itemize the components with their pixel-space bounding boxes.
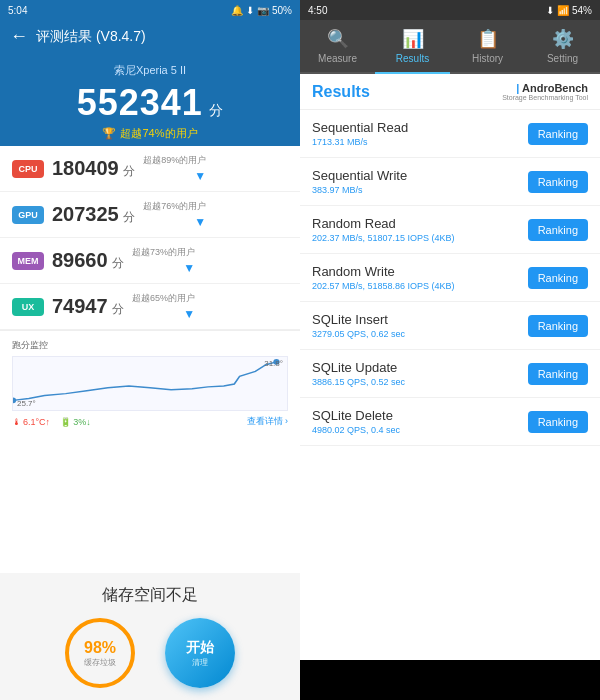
cpu-badge: CPU <box>12 160 44 178</box>
chart-section: 跑分监控 31.8° 25.7° 🌡 6.1°C↑ 🔋 3%↓ 查看详情 › <box>0 330 300 436</box>
benchmark-item-seq-read: Sequential Read 1713.31 MB/s Ranking <box>300 110 600 158</box>
measure-icon: 🔍 <box>327 28 349 50</box>
storage-section: 储存空间不足 98% 缓存垃圾 开始 清理 <box>0 573 300 700</box>
benchmark-item-sqlite-delete: SQLite Delete 4980.02 QPS, 0.4 sec Ranki… <box>300 398 600 446</box>
rand-write-ranking-btn[interactable]: Ranking <box>528 267 588 289</box>
ux-unit: 分 <box>112 302 124 316</box>
left-panel: 5:04 🔔 ⬇ 📷 50% ← 评测结果 (V8.4.7) 索尼Xperia … <box>0 0 300 700</box>
ux-right: 超越65%的用户 ▼ <box>132 292 195 321</box>
sqlite-delete-ranking-btn[interactable]: Ranking <box>528 411 588 433</box>
right-status-icons: ⬇ 📶 54% <box>546 5 592 16</box>
score-unit: 分 <box>209 102 223 118</box>
rand-read-ranking-btn[interactable]: Ranking <box>528 219 588 241</box>
benchmark-item-sqlite-update: SQLite Update 3886.15 QPS, 0.52 sec Rank… <box>300 350 600 398</box>
nav-history-label: History <box>472 53 503 64</box>
nav-results[interactable]: 📊 Results <box>375 20 450 74</box>
chart-container: 31.8° 25.7° <box>12 356 288 411</box>
seq-write-info: Sequential Write 383.97 MB/s <box>312 168 407 195</box>
back-button[interactable]: ← <box>10 26 28 47</box>
right-nav: 🔍 Measure 📊 Results 📋 History ⚙️ Setting <box>300 20 600 74</box>
seq-read-info: Sequential Read 1713.31 MB/s <box>312 120 408 147</box>
results-header: Results | AndroBench Storage Benchmarkin… <box>300 74 600 110</box>
sqlite-update-name: SQLite Update <box>312 360 405 375</box>
seq-write-detail: 383.97 MB/s <box>312 185 407 195</box>
cpu-unit: 分 <box>123 164 135 178</box>
score-display: 552341 分 <box>0 82 300 124</box>
temp-badge: 🌡 6.1°C↑ <box>12 417 50 427</box>
gpu-percent: 超越76%的用户 <box>143 200 206 213</box>
results-title: Results <box>312 83 370 101</box>
gpu-badge: GPU <box>12 206 44 224</box>
rand-write-name: Random Write <box>312 264 455 279</box>
benchmark-list: Sequential Read 1713.31 MB/s Ranking Seq… <box>300 110 600 660</box>
trophy-icon: 🏆 <box>102 127 116 140</box>
right-panel: 4:50 ⬇ 📶 54% 🔍 Measure 📊 Results 📋 Histo… <box>300 0 600 700</box>
mem-value-group: 89660 分 <box>52 249 124 272</box>
seq-write-ranking-btn[interactable]: Ranking <box>528 171 588 193</box>
right-time: 4:50 <box>308 5 327 16</box>
seq-read-ranking-btn[interactable]: Ranking <box>528 123 588 145</box>
gpu-right: 超越76%的用户 ▼ <box>143 200 206 229</box>
rand-write-detail: 202.57 MB/s, 51858.86 IOPS (4KB) <box>312 281 455 291</box>
ux-value: 74947 <box>52 295 108 317</box>
left-header: ← 评测结果 (V8.4.7) <box>0 20 300 53</box>
right-wifi-icon: 📶 <box>557 5 569 16</box>
andro-logo-sub: Storage Benchmarking Tool <box>502 94 588 101</box>
benchmark-item-sqlite-insert: SQLite Insert 3279.05 QPS, 0.62 sec Rank… <box>300 302 600 350</box>
sqlite-update-ranking-btn[interactable]: Ranking <box>528 363 588 385</box>
cpu-right: 超越89%的用户 ▼ <box>143 154 206 183</box>
storage-sub: 缓存垃圾 <box>84 657 116 668</box>
storage-actions: 98% 缓存垃圾 开始 清理 <box>12 618 288 688</box>
device-name: 索尼Xperia 5 II <box>0 63 300 78</box>
clean-sub: 清理 <box>192 657 208 668</box>
svg-point-0 <box>13 397 16 403</box>
nav-measure[interactable]: 🔍 Measure <box>300 20 375 72</box>
left-status-bar: 5:04 🔔 ⬇ 📷 50% <box>0 0 300 20</box>
gpu-chevron: ▼ <box>194 215 206 229</box>
seq-write-name: Sequential Write <box>312 168 407 183</box>
sqlite-delete-name: SQLite Delete <box>312 408 400 423</box>
mem-chevron: ▼ <box>183 261 195 275</box>
mem-right: 超越73%的用户 ▼ <box>132 246 195 275</box>
benchmark-item-rand-write: Random Write 202.57 MB/s, 51858.86 IOPS … <box>300 254 600 302</box>
sqlite-insert-info: SQLite Insert 3279.05 QPS, 0.62 sec <box>312 312 405 339</box>
left-time: 5:04 <box>8 5 27 16</box>
score-section: 索尼Xperia 5 II 552341 分 🏆 超越74%的用户 <box>0 53 300 146</box>
nav-measure-label: Measure <box>318 53 357 64</box>
bottom-black-bar <box>300 660 600 700</box>
battery-badge: 🔋 3%↓ <box>60 417 91 427</box>
storage-circle: 98% 缓存垃圾 <box>65 618 135 688</box>
right-dl-icon: ⬇ <box>546 5 554 16</box>
nav-history[interactable]: 📋 History <box>450 20 525 72</box>
cpu-chevron: ▼ <box>194 169 206 183</box>
right-battery: 54% <box>572 5 592 16</box>
results-icon: 📊 <box>402 28 424 50</box>
rank-text: 超越74%的用户 <box>120 126 197 141</box>
ux-badge: UX <box>12 298 44 316</box>
sqlite-update-detail: 3886.15 QPS, 0.52 sec <box>312 377 405 387</box>
andro-logo: | AndroBench Storage Benchmarking Tool <box>502 82 588 101</box>
clean-button[interactable]: 开始 清理 <box>165 618 235 688</box>
mem-unit: 分 <box>112 256 124 270</box>
score-number: 552341 <box>77 82 203 123</box>
ux-value-group: 74947 分 <box>52 295 124 318</box>
benchmark-item-seq-write: Sequential Write 383.97 MB/s Ranking <box>300 158 600 206</box>
setting-icon: ⚙️ <box>552 28 574 50</box>
andro-logo-text: | AndroBench <box>516 82 588 94</box>
chart-footer: 🌡 6.1°C↑ 🔋 3%↓ 查看详情 › <box>12 415 288 428</box>
gpu-value: 207325 <box>52 203 119 225</box>
gpu-value-group: 207325 分 <box>52 203 135 226</box>
seq-read-detail: 1713.31 MB/s <box>312 137 408 147</box>
nav-setting[interactable]: ⚙️ Setting <box>525 20 600 72</box>
left-header-title: 评测结果 (V8.4.7) <box>36 28 146 46</box>
storage-percent: 98% <box>84 639 116 657</box>
ux-metric-row: UX 74947 分 超越65%的用户 ▼ <box>0 284 300 330</box>
rand-read-detail: 202.37 MB/s, 51807.15 IOPS (4KB) <box>312 233 455 243</box>
sqlite-update-info: SQLite Update 3886.15 QPS, 0.52 sec <box>312 360 405 387</box>
sqlite-insert-ranking-btn[interactable]: Ranking <box>528 315 588 337</box>
ux-percent: 超越65%的用户 <box>132 292 195 305</box>
detail-link[interactable]: 查看详情 › <box>247 415 289 428</box>
left-battery: 50% <box>272 5 292 16</box>
mem-metric-row: MEM 89660 分 超越73%的用户 ▼ <box>0 238 300 284</box>
ux-chevron: ▼ <box>183 307 195 321</box>
